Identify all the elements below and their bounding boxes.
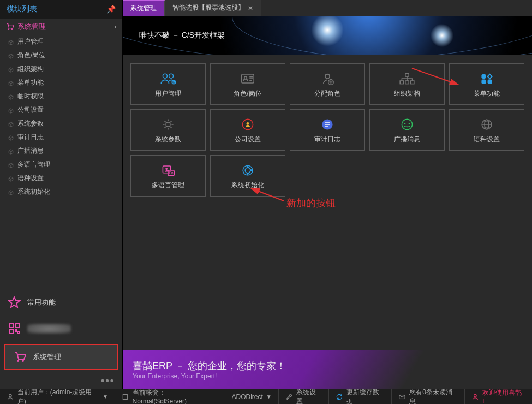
tile-users[interactable]: 用户管理	[130, 63, 206, 105]
svg-text:En: En	[169, 171, 174, 175]
svg-point-30	[9, 394, 12, 397]
svg-rect-10	[410, 81, 414, 84]
status-bar: 当前用户：(admin-超级用户)▼ 当前帐套：Normal(SqlServer…	[0, 389, 532, 404]
sidebar-item-label: 审计日志	[17, 133, 44, 142]
tab[interactable]: 智能选股【股票池选股】✕	[165, 0, 261, 16]
sidebar-item-label: 公司设置	[17, 105, 44, 115]
status-unread[interactable]: 您有0条未读消息	[392, 389, 465, 404]
tile-label: 广播消息	[394, 135, 420, 144]
tile-lang[interactable]: En多语言管理	[130, 155, 206, 197]
tile-label: 用户管理	[155, 89, 181, 98]
lang-icon: En	[159, 162, 177, 179]
svg-rect-7	[405, 73, 409, 76]
sidebar-item-label: 系统初始化	[17, 187, 50, 197]
tile-gear[interactable]: 系统参数	[130, 109, 206, 151]
tile-company[interactable]: 公司设置	[210, 109, 285, 151]
tab-bar: 系统管理智能选股【股票池选股】✕	[123, 0, 532, 16]
sidebar-panel-blurred[interactable]	[0, 316, 122, 342]
svg-point-27	[245, 168, 250, 173]
tab[interactable]: 系统管理	[123, 0, 165, 16]
sidebar-item-label: 组织架构	[17, 64, 44, 74]
cube-icon	[8, 53, 14, 58]
sidebar-item[interactable]: 广播消息	[0, 144, 122, 158]
broadcast-icon	[398, 116, 416, 133]
tile-label: 审计日志	[314, 135, 340, 144]
sidebar-item[interactable]: 角色/岗位	[0, 49, 122, 62]
sidebar-panel-sysmgmt[interactable]: 系统管理	[4, 344, 118, 370]
sidebar-item-label: 用户管理	[17, 37, 44, 46]
sidebar-more-button[interactable]: •••	[0, 372, 122, 389]
sidebar-panel-favorites[interactable]: 常用功能	[0, 289, 122, 316]
cart-icon	[5, 22, 14, 31]
cube-icon	[8, 162, 14, 168]
sidebar-item[interactable]: 临时权限	[0, 90, 122, 103]
status-ledger[interactable]: 当前帐套：Normal(SqlServer)	[115, 389, 225, 404]
tile-label: 菜单功能	[474, 89, 500, 98]
status-user[interactable]: 当前用户：(admin-超级用户)▼	[0, 389, 115, 404]
sidebar-item[interactable]: 系统参数	[0, 117, 122, 130]
sidebar-item[interactable]: 审计日志	[0, 130, 122, 144]
footer-banner: 喜鹊ERP － 您的企业，您的专家！ Your Enterprise, Your…	[123, 350, 532, 389]
tile-globe[interactable]: 语种设置	[449, 109, 524, 151]
svg-rect-9	[405, 81, 409, 84]
svg-point-1	[169, 74, 174, 78]
footer-banner-subtitle: Your Enterprise, Your Expert!	[133, 372, 532, 380]
tile-init[interactable]: 系统初始化	[210, 155, 285, 197]
sidebar-item[interactable]: 菜单功能	[0, 76, 122, 90]
tile-label: 公司设置	[235, 135, 261, 144]
banner-title: 唯快不破 － C/S开发框架	[139, 31, 225, 40]
log-icon	[318, 116, 337, 133]
cube-icon	[8, 108, 14, 113]
svg-point-20	[409, 123, 410, 124]
sidebar-header: 模块列表 📌	[0, 0, 122, 19]
company-icon	[238, 116, 257, 133]
tile-idcard[interactable]: 角色/岗位	[210, 63, 285, 105]
assign-icon	[318, 70, 337, 87]
sidebar-item-label: 广播消息	[17, 146, 44, 156]
cube-icon	[8, 67, 14, 72]
cube-icon	[8, 39, 14, 45]
sidebar-item[interactable]: 用户管理	[0, 35, 122, 49]
menu-icon	[477, 70, 496, 87]
sidebar-item[interactable]: 公司设置	[0, 103, 122, 117]
tile-assign[interactable]: 分配角色	[290, 63, 365, 105]
svg-rect-11	[481, 74, 486, 79]
tile-label: 多语言管理	[152, 181, 184, 190]
cube-icon	[8, 148, 14, 154]
tile-label: 角色/岗位	[234, 89, 261, 98]
sidebar-item[interactable]: 语种设置	[0, 171, 122, 185]
status-connection[interactable]: ADODirect▼	[225, 389, 279, 404]
close-icon[interactable]: ✕	[248, 4, 253, 12]
sidebar-item-label: 临时权限	[17, 92, 44, 101]
sidebar-item[interactable]: 组织架构	[0, 62, 122, 76]
idcard-icon	[238, 70, 257, 87]
user-icon	[7, 393, 14, 401]
svg-point-16	[247, 122, 249, 125]
sidebar-item[interactable]: 多语言管理	[0, 158, 122, 171]
sidebar-title: 模块列表	[7, 4, 37, 14]
status-settings[interactable]: 系统设置	[279, 389, 329, 404]
cube-icon	[8, 176, 14, 181]
sidebar-section-sysmgmt[interactable]: 系统管理 ‹	[0, 19, 122, 35]
footer-banner-title: 喜鹊ERP － 您的企业，您的专家！	[133, 359, 532, 372]
sidebar-item[interactable]: 系统初始化	[0, 185, 122, 199]
sidebar: 模块列表 📌 系统管理 ‹ 用户管理角色/岗位组织架构菜单功能临时权限公司设置系…	[0, 0, 123, 389]
gear-icon	[159, 116, 177, 133]
svg-rect-13	[481, 79, 486, 84]
pin-icon[interactable]: 📌	[106, 5, 116, 14]
tile-log[interactable]: 审计日志	[290, 109, 365, 151]
status-refresh[interactable]: 更新缓存数据	[329, 389, 392, 404]
svg-rect-12	[488, 79, 492, 84]
users-icon	[159, 70, 177, 87]
tile-label: 语种设置	[474, 135, 500, 144]
tile-broadcast[interactable]: 广播消息	[369, 109, 445, 151]
tile-org[interactable]: 组织架构	[369, 63, 445, 105]
wrench-icon	[285, 393, 293, 401]
tile-menu[interactable]: 菜单功能	[449, 63, 524, 105]
chevron-left-icon: ‹	[115, 23, 117, 31]
qr-icon	[8, 322, 21, 335]
init-icon	[238, 162, 257, 179]
cube-icon	[8, 189, 14, 195]
tile-area: 用户管理角色/岗位分配角色组织架构菜单功能系统参数公司设置审计日志广播消息语种设…	[123, 55, 532, 350]
svg-point-0	[163, 74, 167, 78]
